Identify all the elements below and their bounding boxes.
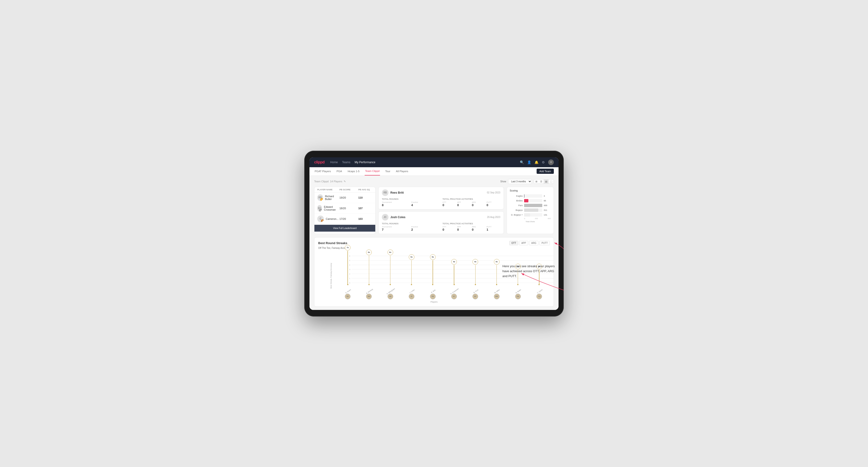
subnav-tour[interactable]: Tour [385,167,391,176]
nav-link-performance[interactable]: My Performance [354,160,375,165]
streak-player-label: D. Billingham [379,290,401,292]
filter-ott[interactable]: OTT [509,241,518,245]
nav-link-home[interactable]: Home [330,160,338,165]
bar-track [524,209,542,212]
streak-dot [390,284,391,285]
subnav-pgat[interactable]: PGAT Players [314,167,331,176]
streaks-title: Best Round Streaks [318,241,347,245]
streak-avatar: CQ [536,294,542,299]
bar-fill [524,194,524,198]
table-view-btn[interactable]: ⬚ [549,180,554,184]
streak-bubble: 4x [494,259,500,264]
player-card: JC Josh Coles 26 Aug 2023 Total Rounds [378,211,504,234]
streak-labels: E. EwertB. McHergD. BillinghamJ. ColesR.… [337,290,550,292]
streak-bubble: 7x [345,245,350,250]
streak-col: 6x [379,250,401,285]
avatar[interactable]: U [548,159,554,165]
bar-axis: 0 200 400 [510,217,551,220]
team-title: Team Clippd 14 Players ✎ [314,180,346,183]
rounds-label: Total Rounds [382,198,440,200]
add-team-button[interactable]: Add Team [536,168,554,174]
practice-label: Practice [411,201,440,203]
putt-val: 0 [487,203,500,207]
bar-track [524,194,542,198]
table-row: C 3 Cameron... 17/20 103 [314,214,375,224]
streak-avatar: BM [366,294,372,299]
streak-avatar: RB [515,294,521,299]
bar-label: Pars [510,204,523,207]
streak-player-label: E. Crossman [443,290,465,292]
subnav-pga[interactable]: PGA [336,167,342,176]
streak-avatar: DB [388,294,393,299]
streak-player-label: E. Ewert [337,290,358,292]
pb-avg: 107 [358,207,372,210]
streak-avatar-wrapper: JC [401,294,422,299]
bar-row: Birdies 96 [510,199,551,203]
axis-200: 200 [535,217,538,220]
bar-value: 499 [544,204,551,207]
bar-value: 3 [544,195,551,197]
settings-icon[interactable]: ⚙ [542,160,545,164]
streak-dot [517,284,519,285]
streak-line [475,265,476,284]
leaderboard-header: PLAYER NAME PB SCORE PB AVG SQ [314,187,375,192]
streak-player-label: B. Ford [465,290,486,292]
player-name: Richard Butler [325,195,339,200]
bar-chart-inner: Eagles 3 Birdies 96 Pars 499 Bogeys 311 [510,194,551,217]
grid-view-btn[interactable]: ⊞ [534,180,539,184]
streak-avatar: RB [430,294,436,299]
axis-0: 0 [524,217,525,220]
filter-arg[interactable]: ARG [529,241,538,245]
avatar: C 3 [317,216,324,222]
search-icon[interactable]: 🔍 [520,160,524,164]
streak-dot [368,284,370,285]
bar-chart-card: Scoring Eagles 3 Birdies 96 Pars 499 [507,187,554,234]
pb-avg: 103 [358,217,372,220]
card-player-name: Rees Britt [390,191,404,194]
sub-nav: PGAT Players PGA Hcaps 1-5 Team Clippd T… [309,167,559,176]
subnav-hcaps[interactable]: Hcaps 1-5 [347,167,360,176]
y-axis-label: Best Streak, Fairway Accuracy [330,263,332,288]
streak-avatar-wrapper: BM [358,294,379,299]
team-name: Team Clippd [314,180,329,183]
user-icon[interactable]: 👤 [527,160,531,164]
card-avatar: JC [382,214,389,220]
streak-player-label: J. Coles [401,290,422,292]
streak-bubble: 5x [430,254,436,260]
card-view-btn[interactable]: ▤ [544,180,549,184]
arg-label: ARG [472,201,486,203]
streak-col: 5x [401,254,422,285]
period-select[interactable]: Last 3 months [508,179,532,184]
streak-line [411,260,412,284]
annotation-text: Here you can see streaks your players ha… [502,264,559,279]
pb-avg: 110 [358,196,372,199]
edit-icon[interactable]: ✎ [344,180,346,183]
streak-player-label: C. Quick [529,290,550,292]
tournament-val: 8 [382,203,410,207]
card-date: 02 Sep 2023 [487,191,500,194]
streak-line [369,256,369,284]
app-label: APP [457,201,471,203]
filter-app[interactable]: APP [519,241,528,245]
list-view-btn[interactable]: ☰ [539,180,544,184]
player-name: Edward Crossman [324,206,339,211]
avatar: RB 1 [317,194,323,201]
view-leaderboard-button[interactable]: View Full Leaderboard [314,225,375,231]
streak-avatar-wrapper: RB [422,294,443,299]
streak-col: 5x [422,254,443,285]
bar-fill [524,204,542,207]
team-header: Team Clippd 14 Players ✎ Show Last 3 mon… [314,179,554,184]
pb-score: 17/20 [339,217,358,220]
player-count: 14 Players [330,180,342,183]
bell-icon[interactable]: 🔔 [534,160,538,164]
subnav-team-clippd[interactable]: Team Clippd [365,167,380,176]
streak-col: 4x [465,259,486,285]
nav-icons: 🔍 👤 🔔 ⚙ U [520,159,554,165]
filter-putt[interactable]: PUTT [539,241,550,245]
subnav-all-players[interactable]: All Players [396,167,409,176]
rank-badge: 3 [321,219,324,222]
nav-link-teams[interactable]: Teams [342,160,350,165]
streak-dot [347,284,348,285]
player-card: RB Rees Britt 02 Sep 2023 Total Rounds [378,187,504,210]
streak-col: 6x [358,250,379,285]
